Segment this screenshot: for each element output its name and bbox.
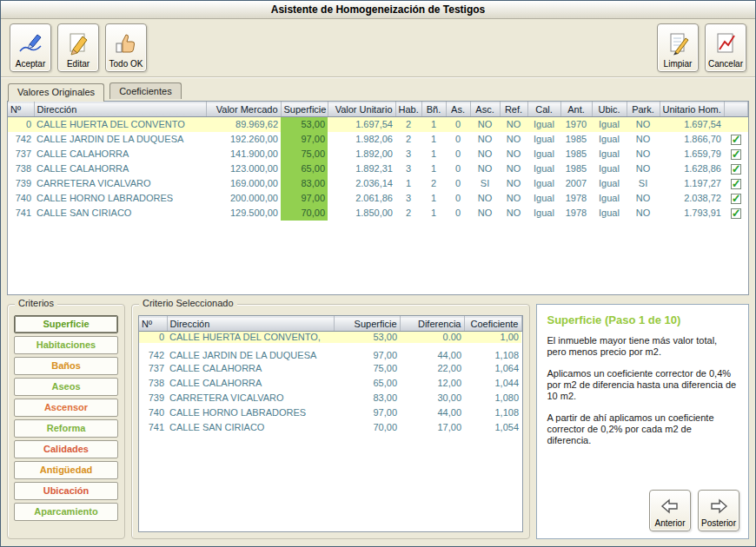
tab-coeficientes[interactable]: Coeficientes <box>109 82 182 99</box>
row-checkbox[interactable] <box>731 208 741 219</box>
criterio-button-reforma[interactable]: Reforma <box>14 419 118 438</box>
cell-as: 0 <box>446 206 470 221</box>
criterio-row[interactable]: 0CALLE HUERTA DEL CONVENTO,53,000.001,00 <box>139 332 521 346</box>
tab-valores-originales[interactable]: Valores Originales <box>8 83 104 102</box>
criterio-button-superficie[interactable]: Superficie <box>14 315 118 333</box>
column-header[interactable]: Bñ. <box>421 102 446 117</box>
cell-coeficiente: 1,080 <box>464 391 521 405</box>
cell-ant: 1970 <box>560 117 592 132</box>
cell-num: 742 <box>8 132 34 147</box>
column-header[interactable]: Asc. <box>470 102 500 117</box>
column-header[interactable]: Superficie <box>334 317 400 332</box>
cell-valor_unitario: 1.982,06 <box>328 132 395 147</box>
column-header[interactable]: Dirección <box>34 102 206 117</box>
cell-park: NO <box>627 161 660 176</box>
exit-chart-icon <box>713 28 739 59</box>
column-header[interactable]: Cal. <box>527 102 560 117</box>
criterio-table: NºDirecciónSuperficieDiferenciaCoeficien… <box>139 316 522 435</box>
cell-as: 0 <box>446 176 470 191</box>
cell-unitario_hom: 1.866,70 <box>660 132 724 147</box>
testigo-row[interactable]: 738CALLE CALAHORRA123.000,0065,001.892,3… <box>8 161 748 176</box>
cell-unitario_hom: 2.038,72 <box>660 191 724 206</box>
column-header[interactable]: Dirección <box>167 317 334 332</box>
criterio-button-aseos[interactable]: Aseos <box>14 378 118 396</box>
row-checkbox[interactable] <box>731 149 741 160</box>
column-header[interactable]: Nº <box>8 102 34 117</box>
criterio-seleccionado-legend: Criterio Seleccionado <box>139 298 237 308</box>
row-checkbox[interactable] <box>731 179 741 189</box>
row-checkbox[interactable] <box>731 164 741 175</box>
cell-valor_mercado: 169.000,00 <box>206 176 281 191</box>
column-header[interactable]: Superficie <box>281 102 328 117</box>
cell-direccion: CALLE JARDIN DE LA DUQUESA <box>34 132 206 147</box>
title-bar: Asistente de Homogeneización de Testigos <box>1 1 755 19</box>
cell-direccion: CALLE HUERTA DEL CONVENTO, <box>167 332 334 346</box>
cell-ubic: Igual <box>592 147 627 161</box>
row-checkbox[interactable] <box>731 135 741 145</box>
cell-cal: Igual <box>527 147 560 161</box>
criterio-button-antigüedad[interactable]: Antigüedad <box>14 461 118 479</box>
criterio-row[interactable]: 740CALLE HORNO LABRADORES97,0044,001,108 <box>139 405 521 420</box>
button-label: Aceptar <box>16 59 45 69</box>
posterior-button[interactable]: Posterior <box>698 490 739 531</box>
cell-coeficiente: 1,00 <box>464 332 521 346</box>
column-header[interactable]: Ant. <box>560 102 592 117</box>
toolbar-left-group: Aceptar Editar <box>10 23 147 72</box>
column-header[interactable]: As. <box>446 102 470 117</box>
column-header[interactable]: Park. <box>627 102 660 117</box>
cell-park: NO <box>627 147 660 161</box>
cell-as: 0 <box>446 147 470 161</box>
cell-cal: Igual <box>527 132 560 147</box>
cell-num: 741 <box>8 206 34 221</box>
cancelar-button[interactable]: Cancelar <box>705 23 746 72</box>
testigo-row[interactable]: 740CALLE HORNO LABRADORES200.000,0097,00… <box>8 191 748 206</box>
testigo-row[interactable]: 742CALLE JARDIN DE LA DUQUESA192.260,009… <box>8 132 748 147</box>
column-header[interactable]: Hab. <box>395 102 421 117</box>
criterio-button-ubicación[interactable]: Ubicación <box>14 482 118 500</box>
cell-hab: 3 <box>395 191 421 206</box>
criterio-button-aparcamiento[interactable]: Aparcamiento <box>14 503 118 521</box>
button-label: Posterior <box>701 518 736 528</box>
limpiar-button[interactable]: Limpiar <box>657 23 699 72</box>
cell-park: SI <box>627 176 660 191</box>
column-header[interactable]: Unitario Hom. <box>660 102 724 117</box>
cell-direccion: CALLE SAN CIRIACO <box>167 420 334 435</box>
criterios-legend: Criterios <box>15 298 57 308</box>
criterio-row[interactable]: 738CALLE CALAHORRA65,0012,001,044 <box>139 376 521 391</box>
cell-check <box>724 132 748 147</box>
button-label: Cancelar <box>708 59 743 69</box>
criterio-row[interactable]: 742CALLE JARDIN DE LA DUQUESA97,0044,001… <box>139 346 521 361</box>
testigo-row[interactable]: 739CARRETERA VICALVARO169.000,0083,002.0… <box>8 176 748 191</box>
cell-ref: NO <box>500 161 527 176</box>
column-header[interactable]: Coeficiente <box>464 317 521 332</box>
criterio-row[interactable]: 737CALLE CALAHORRA75,0022,001,064 <box>139 361 521 376</box>
row-checkbox[interactable] <box>731 194 741 204</box>
cell-park: NO <box>627 191 660 206</box>
cell-direccion: CARRETERA VICALVARO <box>34 176 206 191</box>
cell-direccion: CALLE SAN CIRIACO <box>34 206 206 221</box>
column-header[interactable]: Ubic. <box>592 102 627 117</box>
criterio-button-ascensor[interactable]: Ascensor <box>14 399 118 417</box>
column-header[interactable]: Valor Mercado <box>206 102 281 117</box>
testigo-row[interactable]: 737CALLE CALAHORRA141.900,0075,001.892,0… <box>8 147 748 161</box>
aceptar-button[interactable]: Aceptar <box>10 23 51 72</box>
column-header[interactable]: Ref. <box>500 102 527 117</box>
criterio-button-baños[interactable]: Baños <box>14 357 118 375</box>
column-header[interactable]: Nº <box>139 317 167 332</box>
todo-ok-button[interactable]: Todo OK <box>105 23 147 72</box>
criterio-row[interactable]: 741CALLE SAN CIRIACO70,0017,001,054 <box>139 420 521 435</box>
criterio-row[interactable]: 739CARRETERA VICALVARO83,0030,001,080 <box>139 391 521 405</box>
cell-num: 738 <box>139 376 167 391</box>
criterio-button-habitaciones[interactable]: Habitaciones <box>14 336 118 354</box>
editar-button[interactable]: Editar <box>57 23 99 72</box>
criterio-button-calidades[interactable]: Calidades <box>14 440 118 458</box>
criterios-group: Criterios SuperficieHabitacionesBañosAse… <box>7 304 125 539</box>
cell-bn: 1 <box>421 117 446 132</box>
toolbar-right-group: Limpiar Cancelar <box>657 23 746 72</box>
column-header[interactable]: Valor Unitario <box>328 102 395 117</box>
testigo-row[interactable]: 741CALLE SAN CIRIACO129.500,0070,001.850… <box>8 206 748 221</box>
cell-bn: 1 <box>421 191 446 206</box>
testigo-row[interactable]: 0CALLE HUERTA DEL CONVENTO89.969,6253,00… <box>8 117 748 132</box>
anterior-button[interactable]: Anterior <box>649 490 691 531</box>
column-header[interactable]: Diferencia <box>400 317 464 332</box>
